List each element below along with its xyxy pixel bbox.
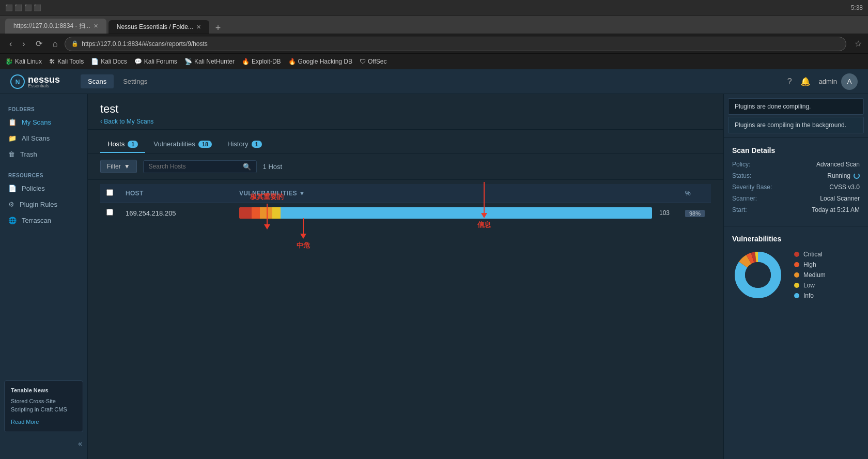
search-icon: 🔍 [243, 163, 251, 171]
kali-tools-icon: 🛠 [49, 58, 55, 65]
bell-icon[interactable]: 🔔 [800, 76, 811, 86]
read-more-link[interactable]: Read More [11, 419, 39, 425]
vuln-bar-container: 103 [239, 207, 673, 219]
host-count-label: 1 Host [263, 163, 283, 171]
forward-button[interactable]: › [19, 38, 28, 50]
tab-1[interactable]: https://127.0.0.1:8834 - 扫... ✕ [5, 19, 106, 34]
browser-chrome: ⬛ ⬛ ⬛ ⬛ 5:38 [0, 0, 868, 16]
kali-linux-icon: 🐉 [5, 58, 13, 65]
tab-vuln-badge: 18 [198, 141, 212, 148]
url-text: https://127.0.0.1:8834/#/scans/reports/9… [82, 40, 208, 48]
vuln-count-label: 103 [656, 209, 673, 217]
page-header: test ‹ Back to My Scans [88, 94, 723, 130]
nav-scans[interactable]: Scans [81, 74, 114, 88]
tab-vulnerabilities[interactable]: Vulnerabilities 18 [146, 136, 219, 153]
browser-nav: ‹ › ⟳ ⌂ 🔒 https://127.0.0.1:8834/#/scans… [0, 34, 868, 54]
terrascan-icon: 🌐 [8, 217, 17, 224]
bookmark-kali-forums[interactable]: 💬 Kali Forums [134, 58, 177, 65]
medium-annotation: 中危 [297, 218, 310, 250]
page-title: test [100, 102, 711, 116]
table-container: Host Vulnerabilities ▼ % 169.254.218.205 [88, 180, 723, 459]
tab-hosts-badge: 1 [128, 141, 138, 148]
sidebar: FOLDERS 📋 My Scans 📁 All Scans 🗑 Trash R… [0, 94, 88, 459]
collapse-sidebar-button[interactable]: « [0, 436, 87, 451]
home-button[interactable]: ⌂ [50, 38, 61, 50]
row-host: 169.254.218.205 [119, 203, 233, 223]
row-percent: 98% [679, 203, 711, 223]
back-button[interactable]: ‹ [6, 38, 15, 50]
th-percent: % [679, 184, 711, 203]
tab-history-label: History [227, 140, 248, 148]
sidebar-item-plugin-rules[interactable]: ⚙ Plugin Rules [0, 196, 87, 212]
bookmark-kali-docs[interactable]: 📄 Kali Docs [91, 58, 127, 65]
select-all-checkbox[interactable] [106, 189, 113, 196]
trash-label: Trash [20, 150, 37, 158]
filter-bar: Filter ▼ 🔍 1 Host [88, 154, 723, 180]
help-icon[interactable]: ? [787, 77, 792, 86]
folders-section-title: FOLDERS [0, 102, 87, 114]
info-bar-segment [281, 207, 652, 219]
plugin-rules-icon: ⚙ [8, 201, 14, 208]
tab-1-close[interactable]: ✕ [94, 23, 98, 29]
tab-history[interactable]: History 1 [220, 136, 269, 153]
vuln-chart-area: Critical High Medium Low [732, 249, 860, 301]
sidebar-item-terrascan[interactable]: 🌐 Terrascan [0, 212, 87, 228]
new-tab-button[interactable]: + [211, 23, 225, 34]
bookmark-kali-tools[interactable]: 🛠 Kali Tools [49, 58, 84, 65]
filter-button[interactable]: Filter ▼ [100, 160, 137, 173]
user-label: admin [819, 78, 837, 85]
tenable-news-widget: Tenable News Stored Cross-Site Scripting… [4, 380, 83, 432]
terrascan-label: Terrascan [22, 217, 51, 224]
bookmark-star-icon[interactable]: ☆ [855, 39, 862, 49]
all-scans-label: All Scans [22, 134, 50, 142]
hosts-table-body: 169.254.218.205 103 98% [100, 203, 711, 223]
user-avatar: A [841, 73, 858, 90]
th-host[interactable]: Host [119, 184, 233, 203]
url-bar[interactable]: 🔒 https://127.0.0.1:8834/#/scans/reports… [65, 37, 846, 51]
severity-value: CVSS v3.0 [829, 183, 860, 191]
app-header: N nessus Essentials Scans Settings ? 🔔 a… [0, 69, 868, 94]
bookmark-google-hacking[interactable]: 🔥 Google Hacking DB [288, 58, 352, 65]
scanner-row: Scanner: Local Scanner [732, 195, 860, 202]
sidebar-item-trash[interactable]: 🗑 Trash [0, 146, 87, 162]
critical-dot [794, 252, 799, 257]
nav-settings[interactable]: Settings [116, 74, 154, 88]
table-row[interactable]: 169.254.218.205 103 98% [100, 203, 711, 223]
bookmark-kali-linux[interactable]: 🐉 Kali Linux [5, 58, 42, 65]
legend-high: High [794, 261, 826, 268]
notification-banners: Plugins are done compiling. Plugins are … [724, 94, 868, 137]
sidebar-item-policies[interactable]: 📄 Policies [0, 180, 87, 196]
legend-critical: Critical [794, 251, 826, 258]
tab-2-close[interactable]: ✕ [196, 24, 201, 30]
status-spinner-icon [854, 173, 860, 179]
all-scans-icon: 📁 [8, 134, 17, 142]
tab-hosts-label: Hosts [107, 140, 125, 148]
header-right: ? 🔔 admin A [787, 73, 858, 90]
plugin-rules-label: Plugin Rules [20, 201, 57, 208]
row-checkbox-cell [100, 203, 119, 223]
user-menu[interactable]: admin A [819, 73, 858, 90]
sidebar-item-my-scans[interactable]: 📋 My Scans [0, 114, 87, 130]
tab-2-label: Nessus Essentials / Folde... [117, 23, 193, 30]
search-hosts-input[interactable] [149, 163, 239, 170]
row-checkbox[interactable] [106, 209, 113, 216]
content-area: test ‹ Back to My Scans Hosts 1 Vulnerab… [88, 94, 723, 459]
start-row: Start: Today at 5:21 AM [732, 206, 860, 213]
bookmark-offsec[interactable]: 🛡 OffSec [360, 58, 386, 65]
bookmark-exploit-db[interactable]: 🔥 Exploit-DB [242, 58, 281, 65]
legend-low: Low [794, 282, 826, 289]
refresh-button[interactable]: ⟳ [33, 38, 45, 50]
sidebar-item-all-scans[interactable]: 📁 All Scans [0, 130, 87, 146]
tab-hosts[interactable]: Hosts 1 [100, 136, 145, 153]
info-dot [794, 293, 799, 298]
policies-icon: 📄 [8, 185, 17, 192]
th-vulnerabilities[interactable]: Vulnerabilities ▼ [233, 184, 679, 203]
tab-2[interactable]: Nessus Essentials / Folde... ✕ [109, 20, 209, 34]
bookmark-kali-nethunter[interactable]: 📡 Kali NetHunter [184, 58, 235, 65]
browser-tabs: https://127.0.0.1:8834 - 扫... ✕ Nessus E… [0, 16, 868, 34]
logo: N nessus Essentials [10, 74, 60, 89]
critical-annotation: 极其重要的 [250, 192, 284, 230]
breadcrumb[interactable]: ‹ Back to My Scans [100, 118, 711, 125]
browser-time: 5:38 [851, 4, 863, 11]
th-checkbox [100, 184, 119, 203]
